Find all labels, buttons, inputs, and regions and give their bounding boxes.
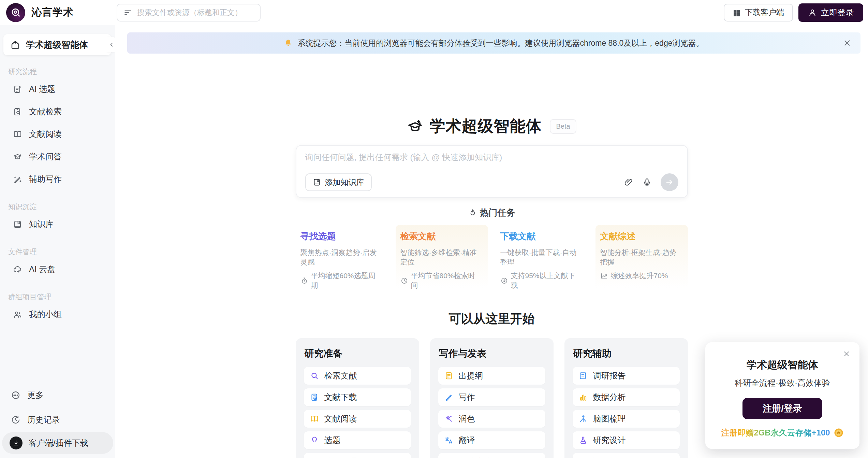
hot-task-desc: 一键获取·批量下载·自动整理 [500, 248, 583, 267]
attachment-icon[interactable] [624, 177, 633, 187]
start-item-note-organize[interactable]: 笔记整理 [304, 453, 411, 458]
hot-task-stat: 平均节省80%检索时间 [411, 271, 483, 290]
sidebar-section-research-flow: 研究流程 [0, 67, 115, 76]
popup-subtitle: 科研全流程·极致·高效体验 [705, 377, 859, 388]
ask-input[interactable] [305, 153, 678, 162]
banner-text: 系统提示您：当前使用的浏览器可能会有部分体验受到一些影响。建议使用浏览器chro… [297, 38, 704, 48]
start-card-title: 研究准备 [304, 347, 411, 360]
hot-task-literature-review[interactable]: 文献综述 智能分析·框架生成·趋势把握 综述效率提升70% [595, 225, 688, 295]
microphone-icon[interactable] [642, 177, 652, 187]
hot-task-desc: 聚焦热点·洞察趋势·启发灵感 [300, 248, 383, 267]
download-filled-icon [10, 436, 23, 449]
pencil-sparkle-icon [13, 175, 22, 184]
flame-icon [468, 209, 477, 217]
hot-tasks: 寻找选题 聚焦热点·洞察趋势·启发灵感 平均缩短60%选题周期 检索文献 智能筛… [296, 225, 688, 295]
coin-icon [834, 428, 844, 438]
start-item-literature-reading[interactable]: 文献阅读 [304, 410, 411, 428]
start-item-topic-selection[interactable]: 选题 [304, 431, 411, 449]
start-cards: 研究准备 检索文献 文献下载 文献阅读 [296, 338, 688, 458]
hot-task-desc: 智能筛选·多维检索·精准定位 [400, 248, 483, 267]
clock-icon [400, 277, 408, 285]
sidebar-item-academic-qa[interactable]: 学术问答 [0, 145, 115, 168]
open-book-icon [310, 414, 319, 423]
sidebar-item-ai-cloud[interactable]: AI 云盘 [0, 258, 115, 281]
history-clock-icon [11, 415, 20, 425]
sidebar-item-super-agent[interactable]: 学术超级智能体 [3, 34, 111, 55]
document-ai-icon [13, 85, 22, 94]
send-button[interactable] [661, 173, 678, 191]
register-login-button[interactable]: 注册/登录 [742, 398, 822, 419]
sidebar-section-knowledge: 知识沉淀 [0, 202, 115, 212]
trend-chart-icon [600, 272, 608, 280]
sidebar-item-label: 更多 [27, 390, 44, 401]
hot-task-title: 文献综述 [600, 230, 682, 242]
popup-close-icon[interactable] [842, 350, 851, 358]
sidebar-item-label: 辅助写作 [29, 174, 62, 185]
popup-title: 学术超级智能体 [705, 358, 859, 372]
sidebar-item-label: 文献检索 [29, 106, 62, 117]
start-card-title: 研究辅助 [573, 347, 680, 360]
app-logo-icon [6, 3, 25, 22]
banner-close-icon[interactable] [843, 39, 852, 47]
hot-task-desc: 智能分析·框架生成·趋势把握 [600, 248, 682, 267]
sidebar-item-my-groups[interactable]: 我的小组 [0, 303, 115, 326]
sidebar-item-client-plugin-download[interactable]: 客户端/插件下载 [2, 432, 113, 454]
browser-warning-banner: 系统提示您：当前使用的浏览器可能会有部分体验受到一些影响。建议使用浏览器chro… [127, 32, 860, 54]
sidebar: 学术超级智能体 研究流程 AI 选题 文献检索 文献阅读 [0, 25, 115, 458]
sidebar-item-knowledge-base[interactable]: 知识库 [0, 213, 115, 235]
hot-task-title: 下载文献 [500, 230, 583, 242]
start-item-translate[interactable]: 翻译 [438, 431, 545, 449]
document-download-icon [310, 393, 319, 402]
global-search[interactable] [117, 4, 261, 22]
hot-task-find-topic[interactable]: 寻找选题 聚焦热点·洞察趋势·启发灵感 平均缩短60%选题周期 [296, 225, 388, 295]
download-circle-icon [500, 277, 508, 285]
sidebar-item-label: AI 选题 [29, 84, 55, 95]
brand: 沁言学术 [0, 3, 115, 22]
search-input[interactable] [137, 8, 254, 17]
search-icon [310, 371, 319, 380]
login-button[interactable]: 立即登录 [798, 3, 863, 22]
open-book-icon [13, 130, 22, 139]
sidebar-item-label: AI 云盘 [29, 264, 55, 275]
sidebar-item-label: 文献阅读 [29, 129, 62, 140]
sidebar-item-literature-search[interactable]: 文献检索 [0, 100, 115, 123]
windows-icon [733, 9, 741, 17]
hot-task-search-literature[interactable]: 检索文献 智能筛选·多维检索·精准定位 平均节省80%检索时间 [396, 225, 488, 295]
sidebar-item-ai-topic[interactable]: AI 选题 [0, 78, 115, 100]
sidebar-item-label: 历史记录 [27, 414, 60, 425]
signup-promo-popup: 学术超级智能体 科研全流程·极致·高效体验 注册/登录 注册即赠2GB永久云存储… [705, 342, 859, 449]
download-client-button[interactable]: 下载客户端 [724, 4, 793, 22]
sidebar-item-more[interactable]: 更多 [2, 383, 113, 407]
start-item-search-literature[interactable]: 检索文献 [304, 367, 411, 385]
start-item-research-design[interactable]: 研究设计 [573, 431, 680, 449]
start-item-questionnaire[interactable]: 调研问卷 [573, 453, 680, 458]
ask-card: 添加知识库 [296, 145, 688, 198]
start-item-mindmap[interactable]: 脑图梳理 [573, 410, 680, 428]
graduation-cap-icon [13, 152, 22, 161]
hot-task-title: 寻找选题 [300, 230, 383, 242]
outline-document-icon [444, 371, 453, 380]
hot-task-download-literature[interactable]: 下载文献 一键获取·批量下载·自动整理 支持95%以上文献下载 [496, 225, 588, 295]
add-knowledge-base-label: 添加知识库 [325, 177, 364, 188]
sidebar-item-label: 学术问答 [29, 151, 62, 162]
person-icon [808, 8, 817, 17]
start-item-data-analysis[interactable]: 数据分析 [573, 388, 680, 406]
start-item-survey-report[interactable]: 调研报告 [573, 367, 680, 385]
add-knowledge-base-button[interactable]: 添加知识库 [305, 173, 372, 191]
hot-task-title: 检索文献 [400, 230, 483, 242]
home-icon [10, 40, 20, 50]
start-card-title: 写作与发表 [438, 347, 545, 360]
sidebar-item-assisted-writing[interactable]: 辅助写作 [0, 168, 115, 190]
start-item-writing[interactable]: 写作 [438, 388, 545, 406]
download-client-label: 下载客户端 [745, 7, 784, 18]
start-item-literature-download[interactable]: 文献下载 [304, 388, 411, 406]
filter-icon [123, 8, 132, 17]
sidebar-item-literature-reading[interactable]: 文献阅读 [0, 123, 115, 145]
start-item-literature-review[interactable]: 文献综述 [438, 453, 545, 458]
start-item-polish[interactable]: 润色 [438, 410, 545, 428]
sidebar-active-label: 学术超级智能体 [26, 39, 88, 51]
start-item-outline[interactable]: 出提纲 [438, 367, 545, 385]
topbar: 沁言学术 下载客户端 立即登录 [0, 0, 868, 25]
start-card-writing-publishing: 写作与发表 出提纲 写作 润色 [430, 338, 554, 458]
sidebar-item-history[interactable]: 历史记录 [2, 407, 113, 432]
